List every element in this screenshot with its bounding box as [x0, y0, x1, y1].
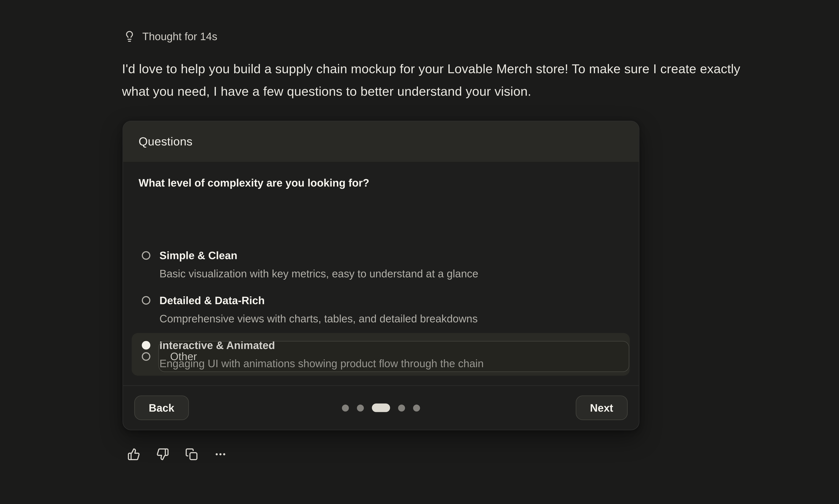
thought-label: Thought for 14s [142, 30, 217, 42]
page-dot [398, 404, 405, 411]
thumbs-down-icon [156, 448, 169, 461]
radio-unselected-icon[interactable] [142, 352, 151, 361]
questions-card: Questions What level of complexity are y… [123, 121, 640, 430]
message-actions [127, 448, 227, 461]
questions-card-footer: Back Next [123, 385, 639, 430]
page-dot [357, 404, 364, 411]
thought-summary[interactable]: Thought for 14s [124, 29, 217, 44]
option-other [132, 341, 629, 372]
option-text: Detailed & Data-Rich Comprehensive views… [159, 291, 478, 328]
card-title: Questions [139, 135, 192, 148]
thumbs-up-icon [127, 448, 140, 461]
assistant-message: Thought for 14s I'd love to help you bui… [0, 0, 839, 504]
other-input[interactable] [158, 341, 629, 372]
more-options-button[interactable] [214, 448, 227, 461]
lightbulb-icon [124, 31, 135, 42]
questions-card-header: Questions [123, 121, 639, 162]
radio-unselected-icon[interactable] [142, 251, 151, 260]
option-label: Detailed & Data-Rich [159, 291, 478, 309]
pagination-dots [342, 403, 420, 412]
page-dot [413, 404, 420, 411]
option-description: Comprehensive views with charts, tables,… [159, 309, 478, 328]
next-button[interactable]: Next [576, 396, 628, 420]
back-button[interactable]: Back [134, 396, 189, 420]
copy-icon [185, 448, 198, 461]
option-description: Basic visualization with key metrics, ea… [159, 265, 478, 283]
thumbs-down-button[interactable] [156, 448, 169, 461]
option-label: Simple & Clean [159, 247, 478, 265]
copy-button[interactable] [185, 448, 198, 461]
radio-unselected-icon[interactable] [142, 296, 151, 305]
page-dot [342, 404, 349, 411]
option-detailed-data-rich[interactable]: Detailed & Data-Rich Comprehensive views… [132, 288, 630, 331]
option-text: Simple & Clean Basic visualization with … [159, 247, 478, 283]
questions-card-body: What level of complexity are you looking… [123, 162, 639, 385]
more-options-icon [214, 448, 227, 461]
option-simple-clean[interactable]: Simple & Clean Basic visualization with … [132, 243, 630, 286]
thumbs-up-button[interactable] [127, 448, 140, 461]
assistant-message-text: I'd love to help you build a supply chai… [122, 58, 756, 103]
question-text: What level of complexity are you looking… [139, 177, 369, 189]
page-dot-active [372, 403, 390, 412]
